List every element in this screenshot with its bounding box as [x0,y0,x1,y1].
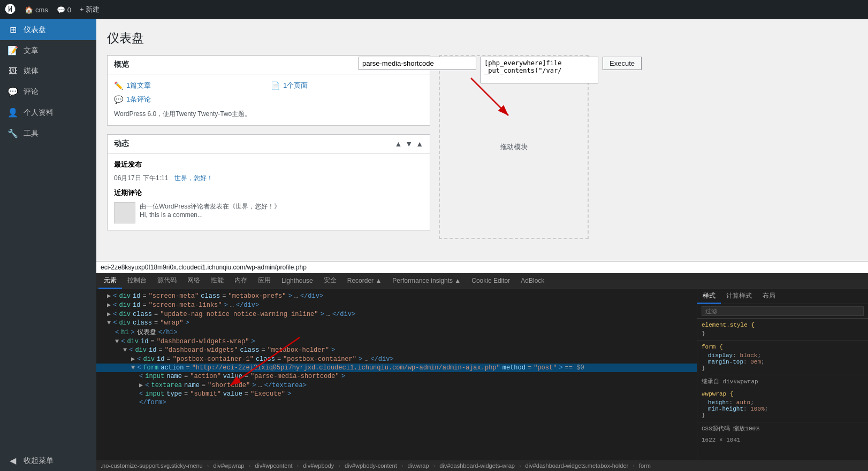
tab-memory[interactable]: 内存 [229,273,253,289]
activity-widget: 动态 ▲ ▼ ▲ 最近发布 06月17日 下午1:11 [107,134,430,230]
collapse-label: 收起菜单 [24,456,54,466]
status-item-form[interactable]: form [639,462,651,469]
activity-collapse-up[interactable]: ▲ [394,140,402,148]
pages-link[interactable]: 1个页面 [283,81,308,90]
devtools-panel: 元素 控制台 源代码 网络 性能 内存 应用 Lighthouse 安全 Rec… [96,273,868,471]
tools-icon: 🔧 [7,128,18,138]
profile-icon: 👤 [7,107,18,118]
html-line-selected[interactable]: ▼ <form action="http://eci-2zei2lxiq05pi… [96,364,697,372]
tab-performance[interactable]: 性能 [205,273,229,289]
layout-tab[interactable]: 布局 [757,289,781,304]
styles-panel: 样式 计算样式 布局 element.style { } [697,289,868,460]
close-brace-2: } [702,365,864,372]
inherited-label: 继承自 div#wpwrap [697,375,868,388]
sidebar: ⊞ 仪表盘 📝 文章 🖼 媒体 💬 评论 👤 个人资料 🔧 工具 [0,19,96,471]
styles-tab[interactable]: 样式 [697,289,721,304]
media-icon: 🖼 [7,66,18,76]
posts-link[interactable]: 1篇文章 [126,81,151,90]
close-brace: } [702,330,864,337]
rule-margin: margin-top: 0em; [702,359,864,365]
activity-collapse-down[interactable]: ▼ [405,140,413,148]
wpwrap-style-section: #wpwrap { height: auto; min-height: 100%… [697,388,868,422]
html-line: ▼ <div class="wrap" > [96,319,697,327]
comments-icon: 💬 [7,87,18,97]
html-line: ▶ <textarea name="shortcode" >…</textare… [96,381,697,390]
sidebar-item-media[interactable]: 🖼 媒体 [0,61,96,81]
status-item[interactable]: div#wpbody [303,462,334,469]
sidebar-collapse[interactable]: ◀ 收起菜单 [0,450,96,471]
tab-console[interactable]: 控制台 [122,273,152,289]
status-item[interactable]: div#wpwrap [213,462,244,469]
status-item[interactable]: .no-customize-support.svg.sticky-menu [101,462,203,469]
comments-count-widget[interactable]: 💬 1条评论 [114,95,267,104]
comments-link[interactable]: 1条评论 [126,95,151,104]
comment-item: 由一位WordPress评论者发表在《世界，您好！》 Hi, this is a… [114,202,423,223]
status-item[interactable]: div#dashboard-widgets-wrap [439,462,515,469]
tab-adblock[interactable]: AdBlock [515,273,550,289]
page-title: 仪表盘 [107,30,857,47]
tab-security[interactable]: 安全 [318,273,342,289]
rule-display: display: block; [702,352,864,359]
html-line: ▶ <div id="postbox-container-1" class="p… [96,354,697,364]
computed-tab[interactable]: 计算样式 [721,289,757,304]
html-line: ▼ <div id="dashboard-widgets" class="met… [96,346,697,354]
tab-performance-insights[interactable]: Performance insights ▲ [387,273,466,289]
url-text: eci-2ze8ksyuxp0f18m9ri0x.cloudeci1.ichun… [101,264,307,271]
activity-remove[interactable]: ▲ [416,140,423,148]
tab-sources[interactable]: 源代码 [152,273,182,289]
filter-input[interactable] [702,306,864,316]
status-item[interactable]: div#wpcontent [255,462,292,469]
sidebar-item-label: 文章 [24,46,39,56]
sidebar-item-label: 工具 [24,129,39,138]
devtools-body: ▶ <div id="screen-meta" class="metabox-p… [96,289,868,460]
comment-author: 由一位WordPress评论者发表在《世界，您好！》 [140,202,280,211]
sidebar-item-label: 评论 [24,87,39,97]
sidebar-item-tools[interactable]: 🔧 工具 [0,123,96,144]
collapse-icon: ◀ [7,455,18,466]
tab-elements[interactable]: 元素 [98,273,122,289]
wp-info: WordPress 6.0，使用Twenty Twenty-Two主题。 [114,110,423,119]
posts-count[interactable]: ✏️ 1篇文章 [114,81,267,90]
close-brace-3: } [702,412,864,419]
recent-post-item: 06月17日 下午1:11 世界，您好！ [114,174,423,183]
html-panel[interactable]: ▶ <div id="screen-meta" class="metabox-p… [96,289,697,460]
html-line: ▼ <div id="dashboard-widgets-wrap" > [96,337,697,346]
tab-cookie-editor[interactable]: Cookie Editor [466,273,515,289]
html-line: </form> [96,398,697,407]
recent-pub-title: 最近发布 [114,160,423,169]
html-line: <input type="submit" value="Execute" > [96,390,697,398]
php-textarea[interactable]: [php_everywhere]file _put_contents("/var… [481,57,598,83]
dashboard-icon: ⊞ [7,25,18,35]
tab-recorder[interactable]: Recorder ▲ [342,273,387,289]
tab-network[interactable]: 网络 [182,273,205,289]
html-line: <input name="action" value="parse-media-… [96,372,697,381]
sidebar-item-comments[interactable]: 💬 评论 [0,81,96,102]
sidebar-item-label: 仪表盘 [24,25,46,35]
tab-lighthouse[interactable]: Lighthouse [276,273,318,289]
css-zoom-info: CSS源代码 缩放100% [697,422,868,435]
execute-button[interactable]: Execute [603,57,642,70]
html-line: ▶ <div id="screen-meta-links" >…</div> [96,300,697,310]
page-icon: 📄 [271,81,280,90]
status-item-divwrap[interactable]: div.wrap [407,462,429,469]
sidebar-item-label: 个人资料 [24,108,54,118]
recent-post-link[interactable]: 世界，您好！ [174,174,213,183]
new-button[interactable]: + 新建 [80,5,100,14]
tab-application[interactable]: 应用 [253,273,276,289]
status-item[interactable]: div#dashboard-widgets.metabox-holder [526,462,629,469]
sidebar-item-label: 媒体 [24,66,39,76]
sidebar-item-profile[interactable]: 👤 个人资料 [0,102,96,123]
form-style-section: form { display: block; margin-top: 0em; … [697,341,868,375]
comment-thumbnail [114,202,135,223]
styles-filter [697,304,868,319]
recent-date: 06月17日 下午1:11 [114,174,168,183]
wp-content: 仪表盘 概览 ▲ ▼ ▲ [96,19,868,261]
site-name[interactable]: 🏠 cms [25,6,48,14]
status-item[interactable]: div#wpbody-content [345,462,397,469]
sidebar-item-dashboard[interactable]: ⊞ 仪表盘 [0,19,96,40]
comments-count[interactable]: 💬 0 [57,6,71,14]
php-input[interactable] [359,57,476,70]
sidebar-item-posts[interactable]: 📝 文章 [0,40,96,61]
rule-height: height: auto; [702,399,864,406]
comment-bubble-icon: 💬 [114,95,123,104]
